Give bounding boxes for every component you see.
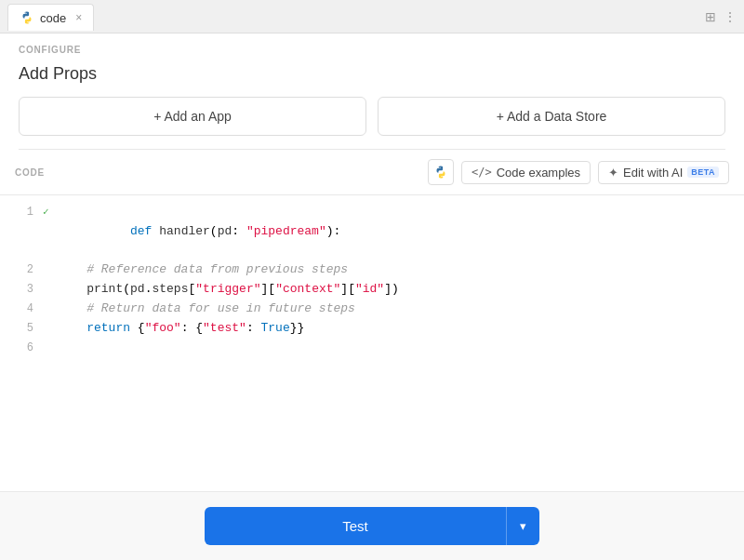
line-number-1: 1 <box>15 204 33 221</box>
line-code-4: # Return data for use in future steps <box>58 300 355 319</box>
test-button[interactable]: Test <box>205 507 506 545</box>
line-code-3: print(pd.steps["trigger"]["context"]["id… <box>58 280 399 300</box>
tab-label: code <box>40 11 66 25</box>
code-bracket-icon: </> <box>472 166 492 179</box>
code-line-6: 6 <box>0 339 744 358</box>
code-examples-button[interactable]: </> Code examples <box>461 161 591 184</box>
test-dropdown-button[interactable]: ▾ <box>506 507 539 545</box>
configure-label: CONFIGURE <box>19 45 725 55</box>
line-code-2: # Reference data from previous steps <box>58 260 348 280</box>
line-number-2: 2 <box>15 261 33 279</box>
bottom-bar: Test ▾ <box>0 491 744 560</box>
layout-icon[interactable]: ⊞ <box>705 9 716 24</box>
ai-sparkle-icon: ✦ <box>608 166 618 180</box>
more-options-icon[interactable]: ⋮ <box>724 9 737 24</box>
code-tab[interactable]: code × <box>7 4 94 31</box>
edit-ai-label: Edit with AI <box>623 166 683 180</box>
code-line-5: 5 return {"foo": {"test": True}} <box>0 319 744 339</box>
python-tab-icon <box>20 10 34 25</box>
configure-section: CONFIGURE Add Props + Add an App + Add a… <box>0 33 744 150</box>
add-app-button[interactable]: + Add an App <box>19 97 366 136</box>
line-number-6: 6 <box>15 340 33 357</box>
tab-bar: code × ⊞ ⋮ <box>0 0 744 33</box>
line-code-6 <box>58 339 65 358</box>
code-section: CODE </> Code examples ✦ Edit with AI BE… <box>0 150 744 491</box>
line-number-5: 5 <box>15 320 33 338</box>
line-code-5: return {"foo": {"test": True}} <box>58 319 304 339</box>
code-section-label: CODE <box>15 167 420 178</box>
line-check-1: ✓ <box>43 205 54 221</box>
main-content: CONFIGURE Add Props + Add an App + Add a… <box>0 33 744 560</box>
code-actions: </> Code examples ✦ Edit with AI BETA <box>428 159 729 185</box>
line-number-4: 4 <box>15 300 33 318</box>
python-icon-button[interactable] <box>428 159 454 185</box>
code-line-3: 3 print(pd.steps["trigger"]["context"]["… <box>0 280 744 300</box>
props-buttons: + Add an App + Add a Data Store <box>19 97 725 136</box>
beta-badge: BETA <box>687 167 719 178</box>
python-small-icon <box>433 165 448 180</box>
tab-close-button[interactable]: × <box>75 11 82 24</box>
line-number-3: 3 <box>15 281 33 299</box>
code-line-2: 2 # Reference data from previous steps <box>0 260 744 280</box>
tab-bar-actions: ⊞ ⋮ <box>705 9 737 24</box>
add-datastore-button[interactable]: + Add a Data Store <box>378 97 725 136</box>
line-code-1: def handler(pd: "pipedream"): <box>58 203 340 260</box>
add-props-title: Add Props <box>19 64 725 84</box>
code-line-1: 1 ✓ def handler(pd: "pipedream"): <box>0 203 744 260</box>
test-button-group: Test ▾ <box>205 507 539 545</box>
code-examples-label: Code examples <box>497 166 580 180</box>
code-line-4: 4 # Return data for use in future steps <box>0 300 744 319</box>
code-header: CODE </> Code examples ✦ Edit with AI BE… <box>0 150 744 195</box>
code-editor[interactable]: 1 ✓ def handler(pd: "pipedream"): 2 # Re… <box>0 195 744 491</box>
edit-with-ai-button[interactable]: ✦ Edit with AI BETA <box>598 161 729 184</box>
